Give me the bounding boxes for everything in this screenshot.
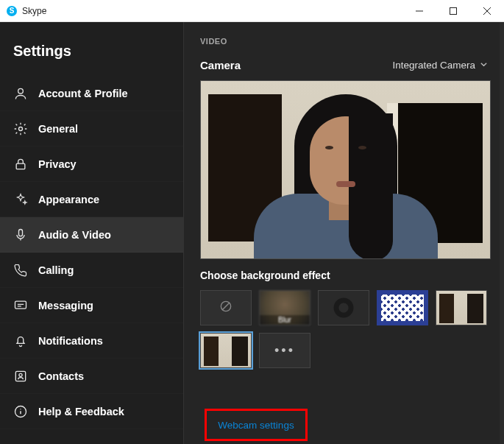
camera-preview	[200, 80, 491, 259]
effect-blur-caption: Blur	[260, 315, 310, 325]
webcam-settings-highlight: Webcam settings	[205, 409, 308, 441]
background-effects-grid: Blur •••	[200, 290, 491, 368]
content-pane: VIDEO Camera Integrated Camera	[184, 22, 504, 444]
sidebar-item-label: General	[38, 123, 78, 135]
svg-point-12	[19, 373, 22, 376]
effect-pattern-dark[interactable]	[318, 290, 369, 325]
section-label-video: VIDEO	[200, 37, 488, 46]
sidebar-item-label: Help & Feedback	[38, 406, 124, 417]
effect-room-2-selected[interactable]	[200, 333, 252, 368]
message-icon	[13, 298, 28, 313]
settings-heading: Settings	[0, 22, 183, 76]
sidebar-item-calling[interactable]: Calling	[0, 253, 183, 288]
settings-sidebar: Settings Account & Profile General Priva…	[0, 22, 184, 444]
chevron-down-icon	[480, 60, 488, 71]
background-effect-heading: Choose background effect	[200, 269, 488, 281]
app-title: Skype	[22, 6, 46, 16]
info-icon	[13, 404, 28, 419]
effect-decor-blue[interactable]	[377, 290, 428, 325]
sidebar-item-notifications[interactable]: Notifications	[0, 323, 183, 359]
svg-point-15	[20, 409, 21, 409]
sidebar-item-appearance[interactable]: Appearance	[0, 182, 183, 217]
svg-rect-10	[15, 301, 26, 309]
contacts-icon	[13, 369, 28, 384]
scrollbar-track[interactable]	[500, 22, 504, 444]
titlebar: S Skype	[0, 0, 504, 22]
svg-text:S: S	[10, 7, 15, 15]
sidebar-item-privacy[interactable]: Privacy	[0, 147, 183, 182]
person-icon	[13, 86, 28, 101]
phone-icon	[13, 263, 28, 278]
sparkle-icon	[13, 192, 28, 207]
sidebar-item-label: Notifications	[38, 335, 103, 347]
window-controls	[402, 0, 504, 21]
sidebar-item-label: Contacts	[38, 370, 84, 382]
svg-point-7	[19, 127, 23, 130]
sidebar-item-label: Privacy	[38, 158, 77, 170]
sidebar-item-messaging[interactable]: Messaging	[0, 288, 183, 323]
svg-line-17	[222, 303, 230, 310]
svg-point-6	[18, 88, 24, 94]
sidebar-item-account-profile[interactable]: Account & Profile	[0, 76, 183, 111]
more-icon: •••	[274, 333, 295, 368]
camera-select[interactable]: Integrated Camera	[392, 60, 488, 71]
effect-blur[interactable]: Blur	[259, 290, 310, 325]
sidebar-item-label: Audio & Video	[38, 229, 111, 241]
sidebar-item-help-feedback[interactable]: Help & Feedback	[0, 394, 183, 429]
effect-more[interactable]: •••	[259, 333, 310, 368]
camera-selected-value: Integrated Camera	[392, 60, 475, 71]
sidebar-item-label: Account & Profile	[38, 88, 128, 99]
svg-rect-9	[19, 229, 23, 236]
minimize-button[interactable]	[402, 0, 436, 21]
effect-room-1[interactable]	[436, 290, 487, 325]
microphone-icon	[13, 228, 28, 242]
lock-icon	[13, 157, 28, 172]
maximize-button[interactable]	[436, 0, 470, 21]
bell-icon	[13, 334, 28, 348]
camera-heading: Camera	[200, 59, 241, 71]
sidebar-item-label: Calling	[38, 264, 74, 276]
sidebar-item-general[interactable]: General	[0, 111, 183, 147]
webcam-settings-link[interactable]: Webcam settings	[218, 420, 294, 431]
none-icon	[219, 299, 233, 317]
skype-logo-icon: S	[6, 5, 18, 17]
sidebar-item-label: Messaging	[38, 300, 93, 311]
close-button[interactable]	[470, 0, 504, 21]
sidebar-item-audio-video[interactable]: Audio & Video	[0, 217, 183, 253]
svg-rect-8	[16, 163, 25, 169]
gear-icon	[13, 121, 28, 136]
sidebar-item-contacts[interactable]: Contacts	[0, 359, 183, 394]
sidebar-item-label: Appearance	[38, 194, 99, 205]
svg-rect-3	[450, 7, 457, 14]
effect-none[interactable]	[200, 290, 252, 325]
